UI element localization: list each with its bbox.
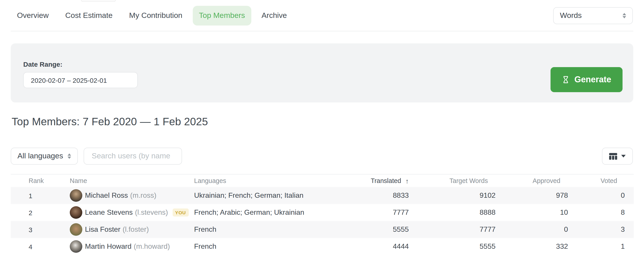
member-username: (m.ross): [130, 192, 156, 200]
translated-cell: 8833: [350, 192, 409, 200]
table-header-row: Rank Name Languages Translated ↑ Target …: [11, 174, 634, 187]
languages-cell: French: [194, 226, 350, 234]
approved-cell: 10: [496, 208, 568, 216]
language-filter-value: All languages: [18, 152, 63, 160]
report-tabs: Overview Cost Estimate My Contribution T…: [11, 0, 633, 31]
table-row: 3 Lisa Foster (l.foster) French 5555 777…: [11, 221, 634, 238]
tab-overview[interactable]: Overview: [11, 6, 55, 25]
name-cell: Michael Ross (m.ross): [70, 189, 194, 202]
member-username: (l.foster): [122, 226, 149, 234]
page-title: Top Members: 7 Feb 2020 — 1 Feb 2025: [12, 116, 208, 128]
header-voted-label: Voted: [600, 177, 617, 184]
header-languages: Languages: [194, 177, 350, 184]
target-words-cell: 9102: [409, 192, 496, 200]
unit-select[interactable]: Words: [553, 7, 633, 24]
target-words-cell: 5555: [409, 242, 496, 250]
voted-cell: 8: [568, 208, 625, 216]
header-translated-sortable[interactable]: Translated ↑: [350, 177, 409, 184]
member-username: (l.stevens): [135, 208, 168, 216]
tab-archive[interactable]: Archive: [255, 6, 293, 25]
search-users-input[interactable]: [84, 148, 182, 165]
rank-cell: 3: [28, 226, 70, 233]
name-cell: Martin Howard (m.howard): [70, 240, 194, 253]
table-columns-icon: [609, 153, 617, 160]
rank-cell: 4: [28, 243, 70, 250]
date-range-label: Date Range:: [23, 60, 62, 68]
translated-cell: 5555: [350, 226, 409, 234]
table-row: 4 Martin Howard (m.howard) French 4444 5…: [11, 238, 634, 255]
unit-select-value: Words: [560, 11, 582, 20]
approved-cell: 0: [496, 226, 568, 234]
date-range-input[interactable]: [23, 72, 138, 88]
top-members-report-page: Overview Cost Estimate My Contribution T…: [0, 0, 644, 255]
header-rank: Rank: [28, 177, 70, 184]
voted-cell: 3: [568, 226, 625, 234]
avatar[interactable]: [70, 223, 82, 236]
chevron-down-icon: [621, 155, 626, 158]
hourglass-icon: [562, 76, 570, 84]
table-row: 1 Michael Ross (m.ross) Ukrainian; Frenc…: [11, 187, 634, 204]
language-filter-select[interactable]: All languages: [11, 148, 78, 165]
name-cell: Leane Stevens (l.stevens) YOU: [70, 206, 194, 219]
member-name-link[interactable]: Lisa Foster: [85, 226, 120, 234]
target-words-cell: 8888: [409, 208, 496, 216]
languages-cell: French: [194, 242, 350, 250]
name-cell: Lisa Foster (l.foster): [70, 223, 194, 236]
tab-cost-estimate[interactable]: Cost Estimate: [59, 6, 119, 25]
approved-cell: 332: [496, 242, 568, 250]
avatar[interactable]: [70, 240, 82, 253]
header-name: Name: [70, 177, 194, 184]
select-arrows-icon: [68, 154, 71, 159]
member-username: (m.howard): [134, 242, 170, 250]
member-name-link[interactable]: Michael Ross: [85, 192, 128, 200]
target-words-cell: 7777: [409, 226, 496, 234]
generate-button[interactable]: Generate: [550, 67, 622, 92]
translated-cell: 7777: [350, 208, 409, 216]
member-name-link[interactable]: Leane Stevens: [85, 208, 133, 216]
languages-cell: Ukrainian; French; German; Italian: [194, 192, 350, 200]
header-target-words-sortable[interactable]: Target Words: [409, 177, 496, 184]
top-members-table: Rank Name Languages Translated ↑ Target …: [11, 174, 634, 255]
generate-button-label: Generate: [574, 75, 611, 84]
header-approved-sortable[interactable]: Approved: [496, 177, 568, 184]
avatar[interactable]: [70, 206, 82, 219]
columns-settings-button[interactable]: [602, 148, 633, 165]
table-row: 2 Leane Stevens (l.stevens) YOU French; …: [11, 204, 634, 221]
you-badge: YOU: [172, 208, 188, 216]
voted-cell: 0: [568, 192, 625, 200]
tab-top-members[interactable]: Top Members: [192, 6, 251, 25]
sort-ascending-arrow-icon: ↑: [401, 177, 409, 184]
translated-cell: 4444: [350, 242, 409, 250]
header-target-words-label: Target Words: [450, 177, 488, 184]
languages-cell: French; Arabic; German; Ukrainian: [194, 208, 350, 216]
approved-cell: 978: [496, 192, 568, 200]
rank-cell: 1: [28, 192, 70, 199]
tab-my-contribution[interactable]: My Contribution: [123, 6, 188, 25]
member-name-link[interactable]: Martin Howard: [85, 242, 132, 250]
header-voted-sortable[interactable]: Voted: [568, 177, 625, 184]
header-translated-label: Translated: [371, 177, 401, 184]
voted-cell: 1: [568, 242, 625, 250]
rank-cell: 2: [28, 209, 70, 216]
header-approved-label: Approved: [533, 177, 560, 184]
report-generation-panel: Date Range: Generate: [11, 44, 633, 102]
avatar[interactable]: [70, 189, 82, 202]
select-arrows-icon: [622, 13, 626, 18]
